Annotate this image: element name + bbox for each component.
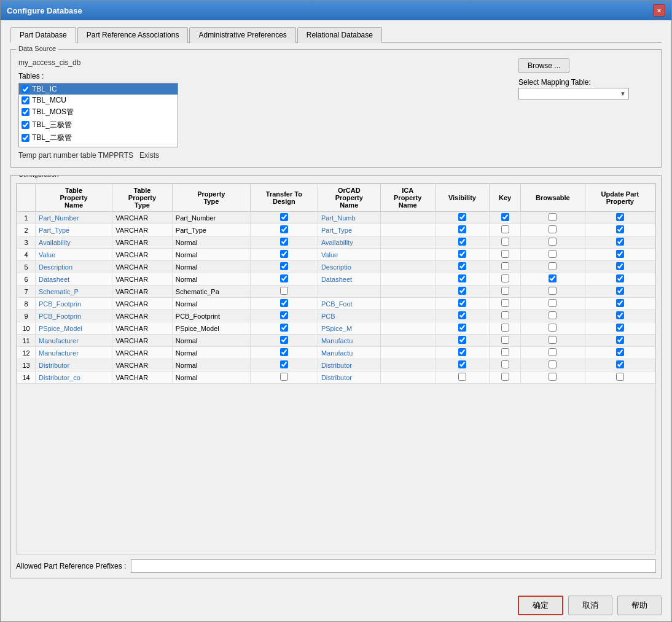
- combo-arrow-icon: ▼: [620, 90, 626, 97]
- table-row: 10PSpice_ModelVARCHARPSpice_ModelPSpice_…: [17, 322, 655, 335]
- config-table-wrapper[interactable]: TablePropertyName TablePropertyType Prop…: [16, 183, 656, 554]
- mapping-table-combo[interactable]: ▼: [518, 88, 629, 99]
- table-row: 8PCB_FootprinVARCHARNormalPCB_Foot: [17, 298, 655, 310]
- list-item[interactable]: TBL_二极管: [19, 131, 178, 144]
- temp-table-info: Temp part number table TMPPRTS Exists: [18, 151, 506, 160]
- col-browsable: Browsable: [520, 184, 585, 212]
- table-row: 4ValueVARCHARNormalValue: [17, 249, 655, 261]
- help-button[interactable]: 帮助: [617, 596, 662, 615]
- col-ica: ICAPropertyName: [380, 184, 435, 212]
- table-checkbox-1[interactable]: [21, 85, 29, 93]
- tab-part-database[interactable]: Part Database: [10, 27, 76, 43]
- table-row: 3AvailabilityVARCHARNormalAvailability: [17, 236, 655, 249]
- table-row: 14Distributor_coVARCHARNormalDistributor: [17, 371, 655, 384]
- col-update: Update PartProperty: [585, 184, 655, 212]
- data-source-group: Data Source my_access_cis_db Tables : TB…: [10, 49, 662, 168]
- table-row: 12ManufacturerVARCHARNormalManufactu: [17, 347, 655, 359]
- title-bar: Configure Database ×: [1, 1, 671, 20]
- col-key: Key: [490, 184, 521, 212]
- close-button[interactable]: ×: [653, 4, 665, 17]
- tab-bar: Part Database Part Reference Association…: [10, 26, 662, 43]
- col-transfer: Transfer ToDesign: [250, 184, 318, 212]
- data-source-label: Data Source: [16, 45, 58, 52]
- ds-left: my_access_cis_db Tables : TBL_IC TBL_MCU: [18, 58, 506, 160]
- select-mapping-label: Select Mapping Table:: [518, 78, 629, 87]
- table-row: 6DatasheetVARCHARNormalDatasheet: [17, 273, 655, 286]
- allowed-prefixes-label: Allowed Part Reference Prefixes :: [16, 562, 126, 570]
- table-row: 1Part_NumberVARCHARPart_NumberPart_Numb: [17, 212, 655, 224]
- ok-button[interactable]: 确定: [518, 596, 563, 615]
- configuration-group: Configuration TablePropertyName TablePro…: [10, 175, 662, 578]
- col-orcad: OrCADPropertyName: [318, 184, 380, 212]
- table-checkbox-2[interactable]: [21, 96, 29, 104]
- db-filename: my_access_cis_db: [18, 58, 506, 67]
- title-bar-buttons: ×: [653, 4, 665, 17]
- config-table: TablePropertyName TablePropertyType Prop…: [17, 184, 655, 384]
- col-visibility: Visibility: [435, 184, 490, 212]
- bottom-buttons: 确定 取消 帮助: [1, 587, 671, 621]
- tables-listbox[interactable]: TBL_IC TBL_MCU TBL_MOS管 TBL_三极管: [18, 83, 178, 147]
- table-row: 11ManufacturerVARCHARNormalManufactu: [17, 335, 655, 347]
- table-checkbox-5[interactable]: [21, 134, 29, 142]
- table-row: 5DescriptionVARCHARNormalDescriptio: [17, 261, 655, 273]
- allowed-prefixes-row: Allowed Part Reference Prefixes :: [16, 559, 656, 573]
- browse-button[interactable]: Browse ...: [518, 58, 569, 73]
- col-type: PropertyType: [172, 184, 250, 212]
- col-num: [17, 184, 36, 212]
- col-prop-type: TablePropertyType: [112, 184, 173, 212]
- tab-admin-prefs[interactable]: Administrative Preferences: [189, 27, 295, 43]
- list-item[interactable]: TBL_三极管: [19, 119, 178, 131]
- dialog-body: Part Database Part Reference Association…: [1, 20, 671, 587]
- select-mapping-section: Select Mapping Table: ▼: [518, 78, 629, 99]
- table-row: 13DistributorVARCHARNormalDistributor: [17, 359, 655, 371]
- ds-right: Browse ... Select Mapping Table: ▼: [518, 58, 654, 99]
- config-table-body: 1Part_NumberVARCHARPart_NumberPart_Numb2…: [17, 212, 655, 384]
- tab-relational-db[interactable]: Relational Database: [297, 27, 382, 43]
- table-row: 7Schematic_PVARCHARSchematic_Pa: [17, 286, 655, 298]
- table-checkbox-3[interactable]: [21, 108, 29, 116]
- list-item[interactable]: TBL_MCU: [19, 95, 178, 106]
- data-source-row: my_access_cis_db Tables : TBL_IC TBL_MCU: [18, 58, 654, 160]
- window-title: Configure Database: [7, 6, 82, 15]
- cancel-button[interactable]: 取消: [568, 596, 612, 615]
- main-window: Configure Database × Part Database Part …: [0, 0, 672, 622]
- col-prop-name: TablePropertyName: [36, 184, 112, 212]
- table-checkbox-4[interactable]: [21, 121, 29, 129]
- tab-part-reference[interactable]: Part Reference Associations: [77, 27, 189, 43]
- list-item[interactable]: TBL_IC: [19, 84, 178, 95]
- configuration-label: Configuration: [16, 175, 61, 178]
- allowed-prefixes-input[interactable]: [131, 559, 656, 573]
- tables-label: Tables :: [18, 72, 506, 80]
- table-row: 2Part_TypeVARCHARPart_TypePart_Type: [17, 224, 655, 236]
- table-header-row: TablePropertyName TablePropertyType Prop…: [17, 184, 655, 212]
- list-item[interactable]: TBL_MOS管: [19, 106, 178, 119]
- table-row: 9PCB_FootprinVARCHARPCB_FootprintPCB: [17, 310, 655, 322]
